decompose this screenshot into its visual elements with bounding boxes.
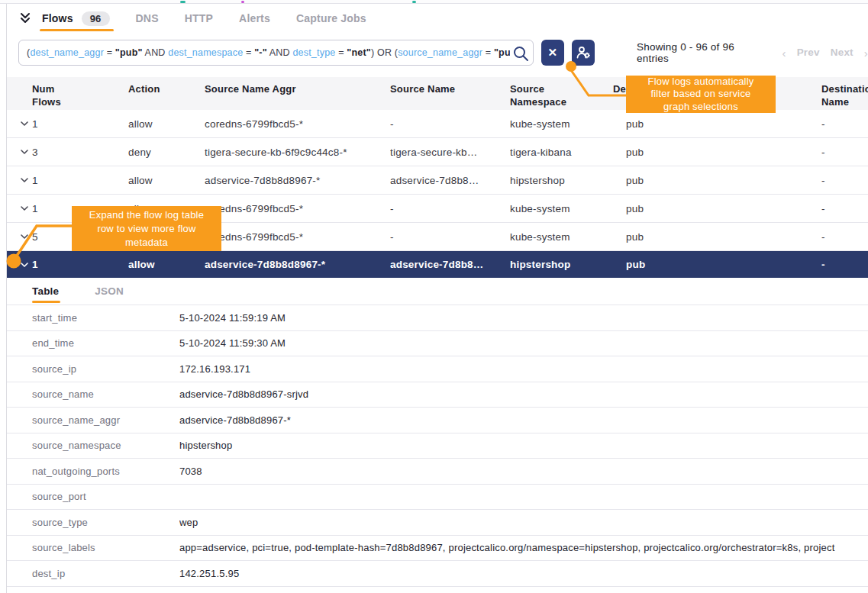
tab-label: DNS: [136, 12, 159, 24]
detail-row: source_namespacehipstershop: [7, 433, 868, 459]
sliver-mark: [241, 1, 244, 3]
row-expander: [18, 118, 31, 130]
tab-count-badge: 96: [82, 11, 110, 26]
detail-row: dest_ip142.251.5.95: [7, 561, 868, 587]
detail-tab-json[interactable]: JSON: [95, 278, 124, 305]
cell-source-name-aggr: tigera-secure-kb-6f9c9c44c8-*: [205, 147, 390, 158]
tab-alerts[interactable]: Alerts: [239, 5, 270, 31]
detail-key: source_labels: [32, 542, 179, 553]
tooltip-expand-info: Expand the flow log table row to view mo…: [72, 206, 221, 251]
cell-destination-name: -: [821, 203, 868, 214]
cell-source-name: adservice-7d8b8…: [390, 175, 510, 186]
tab-capture-jobs[interactable]: Capture Jobs: [296, 5, 366, 31]
pager: ‹ Prev Next ›: [782, 47, 868, 60]
column-header-label: Source Name: [390, 83, 455, 95]
row-expander: [18, 230, 31, 243]
detail-row: source_port: [7, 485, 868, 511]
table-row[interactable]: 3denytigera-secure-kb-6f9c9c44c8-*tigera…: [7, 138, 868, 166]
detail-key: source_type: [32, 517, 179, 528]
detail-value: adservice-7d8b8d8967-*: [179, 414, 868, 426]
tab-dns[interactable]: DNS: [136, 5, 159, 31]
user-settings-button[interactable]: [572, 40, 595, 66]
column-header-label: Source Name Aggr: [205, 83, 296, 95]
query-filter-input[interactable]: (dest_name_aggr = "pub" AND dest_namespa…: [18, 40, 534, 66]
cell-source-name-aggr: coredns-6799fbcd5-*: [205, 203, 390, 214]
column-header-label: Destination Name: [821, 83, 868, 109]
cell-source-namespace: tigera-kibana: [510, 147, 613, 158]
entries-count: Showing 0 - 96 of 96 entries: [637, 41, 757, 64]
tab-label: Capture Jobs: [296, 12, 366, 24]
column-header-source-name-aggr: Source Name Aggr: [205, 77, 390, 96]
detail-key: end_time: [32, 337, 179, 349]
cell-source-namespace: hipstershop: [510, 175, 613, 186]
chevron-down-icon[interactable]: [18, 259, 31, 271]
query-value: "-": [254, 47, 267, 58]
row-expander: [18, 259, 31, 271]
query-operator: =: [104, 47, 115, 58]
cell-dest-name-aggr: pub: [613, 203, 821, 214]
cell-action: allow: [128, 259, 205, 270]
cell-num-flows: 1: [32, 118, 128, 130]
prev-chevron-icon[interactable]: ‹: [782, 47, 786, 60]
detail-tabbar: TableJSON: [7, 278, 868, 305]
detail-value: wep: [179, 517, 868, 528]
cell-source-namespace: hipstershop: [510, 259, 613, 270]
detail-value: app=adservice, pci=true, pod-template-ha…: [179, 542, 868, 553]
cell-destination-name: -: [821, 231, 868, 243]
table-row[interactable]: 1allowadservice-7d8b8d8967-*adservice-7d…: [7, 251, 868, 278]
table-row[interactable]: 1allowadservice-7d8b8d8967-*adservice-7d…: [7, 166, 868, 195]
query-operator: AND: [267, 47, 293, 58]
detail-key: source_ip: [32, 363, 179, 375]
cell-action: allow: [128, 118, 205, 130]
top-content-sliver: [0, 0, 868, 4]
cell-dest-name-aggr: pub: [613, 175, 821, 186]
double-chevron-down-icon[interactable]: [18, 11, 32, 25]
tab-label: Flows: [42, 12, 73, 24]
log-type-tabbar: Flows96DNSHTTPAlertsCapture Jobs: [7, 5, 868, 32]
row-expander: [18, 202, 31, 214]
flow-table-body: 1allowcoredns-6799fbcd5-*-kube-systempub…: [7, 110, 868, 278]
column-header-source-name: Source Name: [390, 77, 510, 96]
detail-row: nat_outgoing_ports7038: [7, 459, 868, 485]
detail-table: start_time5-10-2024 11:59:19 AMend_time5…: [7, 305, 868, 587]
tab-http[interactable]: HTTP: [185, 5, 213, 31]
cell-source-name: -: [390, 203, 510, 214]
cell-source-name: -: [390, 231, 510, 243]
row-expander: [18, 146, 31, 158]
detail-row: start_time5-10-2024 11:59:19 AM: [7, 305, 868, 331]
detail-row: source_name_aggradservice-7d8b8d8967-*: [7, 408, 868, 433]
column-header-action: Action: [128, 77, 205, 96]
chevron-down-icon[interactable]: [18, 118, 31, 130]
query-operator: =: [243, 47, 254, 58]
cell-source-namespace: kube-system: [510, 118, 613, 130]
query-operator: AND: [143, 47, 169, 58]
column-header-label: Action: [128, 83, 160, 95]
detail-value: 7038: [179, 466, 868, 477]
cell-destination-name: -: [821, 175, 868, 186]
detail-tab-table[interactable]: Table: [32, 278, 59, 305]
chevron-down-icon[interactable]: [18, 174, 31, 186]
chevron-down-icon[interactable]: [18, 230, 31, 243]
cell-dest-name-aggr: pub: [613, 147, 821, 158]
next-button[interactable]: Next: [831, 47, 853, 60]
detail-row: source_typewep: [7, 510, 868, 536]
filter-row: (dest_name_aggr = "pub" AND dest_namespa…: [7, 32, 868, 73]
search-icon[interactable]: [511, 44, 530, 63]
query-text[interactable]: (dest_name_aggr = "pub" AND dest_namespa…: [27, 47, 510, 58]
cell-source-namespace: kube-system: [510, 231, 613, 243]
cell-source-name-aggr: adservice-7d8b8d8967-*: [205, 259, 390, 270]
chevron-down-icon[interactable]: [18, 146, 31, 158]
detail-row: source_nameadservice-7d8b8d8967-srjvd: [7, 382, 868, 408]
tab-flows[interactable]: Flows96: [42, 5, 110, 31]
cell-num-flows: 3: [32, 147, 128, 158]
detail-key: source_port: [32, 491, 179, 502]
detail-row: end_time5-10-2024 11:59:30 AM: [7, 331, 868, 357]
person-gear-icon: [576, 45, 591, 60]
table-row[interactable]: 1allowcoredns-6799fbcd5-*-kube-systempub…: [7, 110, 868, 138]
next-chevron-icon[interactable]: ›: [864, 47, 868, 60]
query-field: dest_name_aggr: [30, 47, 104, 58]
clear-filter-button[interactable]: ✕: [541, 40, 564, 66]
chevron-down-icon[interactable]: [18, 202, 31, 214]
cell-dest-name-aggr: pub: [613, 118, 821, 130]
prev-button[interactable]: Prev: [797, 47, 820, 60]
